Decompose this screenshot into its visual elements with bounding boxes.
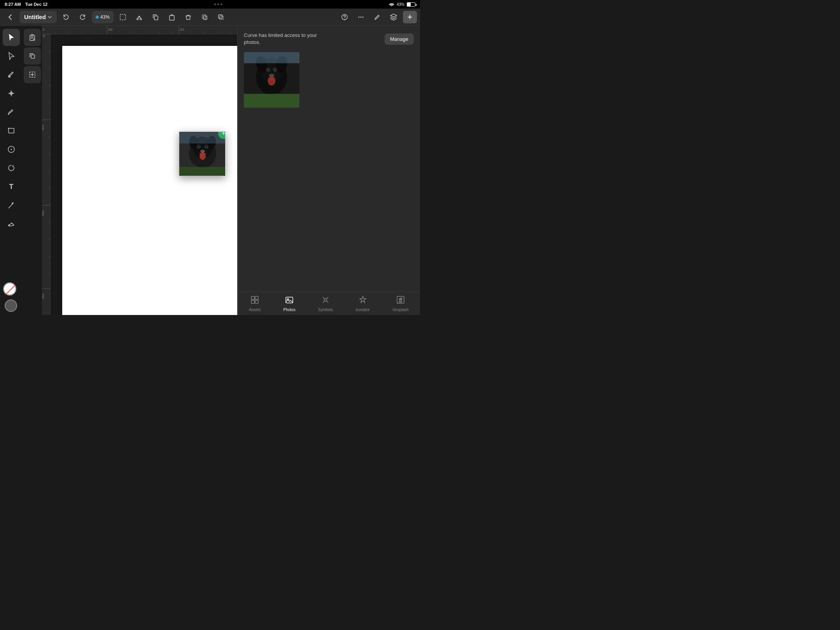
tool-palette: T [0, 26, 23, 236]
undo-button[interactable] [59, 11, 73, 23]
access-notice: Curve has limited access to your photos.… [244, 32, 414, 46]
svg-rect-0 [120, 14, 126, 20]
delete-button[interactable] [181, 11, 195, 23]
svg-point-69 [198, 145, 200, 147]
svg-rect-88 [251, 300, 254, 303]
paste-button[interactable] [165, 11, 179, 23]
tab-photos-label: Photos [284, 308, 296, 312]
copy-button[interactable] [149, 11, 163, 23]
svg-rect-8 [220, 16, 223, 19]
svg-point-10 [359, 16, 360, 18]
svg-point-72 [200, 152, 206, 160]
unsplash-icon [396, 295, 405, 304]
svg-rect-89 [255, 300, 258, 303]
svg-text:100: 100 [42, 124, 45, 130]
svg-point-83 [268, 77, 275, 86]
tab-symbols-label: Symbols [318, 308, 333, 312]
svg-point-11 [360, 16, 362, 18]
right-panel: Photos Curve has limited access to your … [237, 9, 420, 315]
svg-line-19 [6, 285, 15, 294]
svg-rect-15 [9, 128, 14, 133]
duplicate-sub-button[interactable] [24, 47, 41, 65]
clipboard-sub-button[interactable] [24, 29, 41, 46]
tab-unsplash-label: Unsplash [392, 308, 409, 312]
add-button[interactable]: + [403, 11, 417, 23]
document-title-button[interactable]: Untitled [19, 11, 57, 23]
status-bar: 8:27 AM Tue Dec 12 43% [0, 0, 420, 9]
select-tool[interactable] [3, 29, 20, 46]
svg-text:0: 0 [42, 35, 46, 37]
tab-iconator-label: Iconator [356, 308, 370, 312]
svg-rect-92 [324, 299, 327, 301]
access-notice-text: Curve has limited access to your photos. [244, 32, 322, 46]
wifi-icon [389, 2, 394, 6]
photos-icon [285, 295, 294, 304]
photo-grid [244, 52, 414, 108]
canvas-inner: + [51, 34, 237, 315]
toolbar: Untitled 43% [0, 9, 420, 26]
layers-button[interactable] [387, 11, 401, 23]
svg-rect-90 [286, 297, 293, 303]
svg-point-1 [137, 18, 138, 20]
pen-tool[interactable] [3, 66, 20, 83]
status-time-date: 8:27 AM Tue Dec 12 [5, 2, 47, 7]
svg-rect-84 [244, 94, 299, 108]
fill-color-swatch[interactable] [5, 299, 17, 312]
svg-rect-85 [244, 52, 299, 63]
tab-assets-label: Assets [249, 308, 261, 312]
canvas-page[interactable] [62, 46, 237, 315]
knife-tool[interactable] [3, 197, 20, 214]
iconator-icon [358, 295, 368, 304]
canvas-image-dragging[interactable]: + [179, 131, 226, 176]
stroke-color-swatch[interactable] [3, 282, 19, 298]
svg-point-16 [8, 128, 9, 129]
rectangle-tool[interactable] [3, 122, 20, 139]
svg-point-2 [140, 18, 142, 20]
manage-button[interactable]: Manage [385, 33, 414, 45]
canvas-area[interactable]: + [42, 26, 237, 315]
zoom-indicator[interactable]: 43% [92, 11, 114, 23]
svg-rect-86 [251, 296, 254, 299]
lasso-tool[interactable] [3, 159, 20, 177]
tab-symbols[interactable]: Symbols [312, 294, 339, 313]
svg-text:100: 100 [108, 28, 113, 32]
help-button[interactable] [338, 11, 352, 23]
tab-unsplash[interactable]: Unsplash [386, 294, 415, 313]
chevron-down-icon [47, 15, 52, 19]
transform-sub-button[interactable] [24, 66, 41, 83]
pen-tool-button[interactable] [370, 11, 384, 23]
color-swatches [3, 282, 19, 312]
bottom-tabs: Assets Photos Symbols [238, 292, 420, 315]
tab-photos[interactable]: Photos [277, 294, 302, 313]
panel-content: Curve has limited access to your photos.… [238, 26, 420, 292]
anchor-tool[interactable] [3, 85, 20, 102]
select-frame-button[interactable] [116, 11, 130, 23]
eraser-tool[interactable] [3, 215, 20, 233]
send-backward-button[interactable] [214, 11, 228, 23]
svg-point-81 [273, 68, 277, 72]
tab-assets[interactable]: Assets [243, 294, 267, 313]
svg-rect-7 [219, 15, 222, 18]
direct-select-tool[interactable] [3, 47, 20, 65]
sub-palette [23, 26, 42, 86]
text-tool[interactable]: T [3, 178, 20, 195]
svg-point-80 [266, 68, 270, 72]
symbols-icon [321, 295, 330, 304]
redo-button[interactable] [75, 11, 89, 23]
bring-forward-button[interactable] [198, 11, 212, 23]
more-options-button[interactable] [354, 11, 368, 23]
back-button[interactable] [3, 11, 17, 23]
zoom-dot [96, 16, 99, 19]
svg-text:200: 200 [42, 210, 45, 216]
cut-button[interactable] [132, 11, 146, 23]
brush-tool[interactable] [3, 103, 20, 121]
svg-point-12 [362, 16, 364, 18]
ruler-left: 0 100 200 297 [42, 34, 51, 315]
photo-thumbnail-0[interactable] [244, 52, 299, 108]
svg-rect-6 [202, 15, 206, 18]
svg-rect-5 [203, 16, 207, 19]
ellipse-tool[interactable] [3, 141, 20, 158]
battery-indicator [407, 2, 415, 7]
tab-iconator[interactable]: Iconator [350, 294, 376, 313]
battery-fill [407, 3, 411, 6]
